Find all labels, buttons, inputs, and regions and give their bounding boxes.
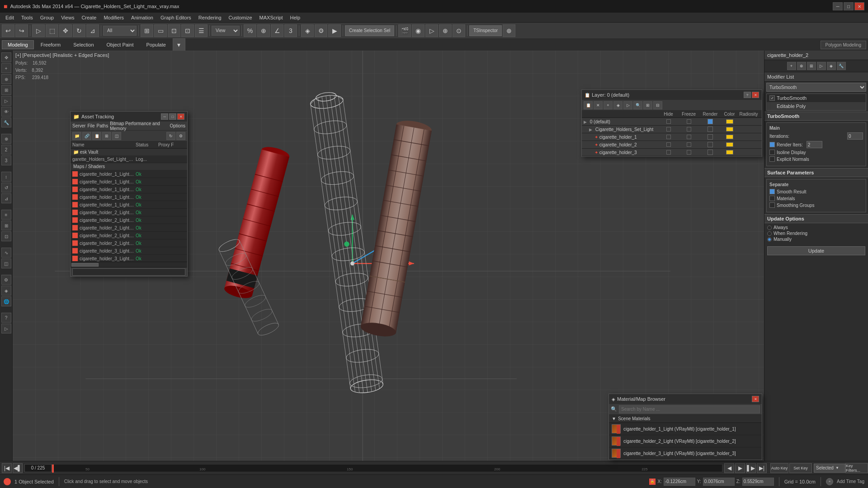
update-when-rendering-radio[interactable] — [767, 231, 772, 236]
turbosmooth-check[interactable]: ✓ — [769, 95, 775, 101]
at-path-input[interactable] — [72, 268, 185, 276]
utilities-panel-icon[interactable]: 🔧 — [1, 117, 11, 127]
at-file-12[interactable]: cigarette_holder_3_Light_Fresnel.png Ok — [71, 255, 187, 262]
menu-group[interactable]: Group — [37, 14, 58, 21]
create-panel-icon[interactable]: + — [1, 63, 11, 73]
render-frame-button[interactable]: 🎬 — [398, 24, 411, 37]
layer-help-btn[interactable]: ? — [744, 92, 751, 98]
select-object-button[interactable]: ▷ — [32, 24, 45, 37]
layer-set-render[interactable] — [699, 127, 722, 132]
at-horizontal-scrollbar[interactable] — [71, 262, 187, 267]
menu-rendering[interactable]: Rendering — [195, 14, 225, 21]
add-time-tag-btn[interactable]: + — [826, 478, 833, 485]
coord-y-input[interactable] — [703, 478, 735, 486]
modify-panel-icon[interactable]: ⊕ — [797, 62, 806, 70]
update-always-radio[interactable] — [767, 225, 772, 230]
ts-explicit-check[interactable] — [769, 156, 775, 162]
at-menu-options[interactable]: Options — [170, 123, 185, 128]
close-button[interactable]: ✕ — [854, 2, 864, 10]
display-panel-icon[interactable]: ◈ — [827, 62, 836, 70]
at-btn-4[interactable]: ⊞ — [102, 132, 111, 140]
at-file-2[interactable]: cigarette_holder_1_Light_Fresnel.png Ok — [71, 178, 187, 186]
filter-dropdown[interactable]: All Geometry Shapes — [103, 26, 137, 36]
move-button[interactable]: ✥ — [59, 24, 72, 37]
at-file-4[interactable]: cigarette_holder_1_Light_Normal.png Ok — [71, 193, 187, 201]
move-gizmo-icon[interactable]: ↕ — [1, 172, 11, 182]
update-manually-radio[interactable] — [767, 237, 772, 242]
editable-poly-modifier[interactable]: Editable Poly — [767, 102, 866, 110]
percent-snap-button[interactable]: % — [244, 24, 256, 37]
view-dropdown[interactable]: View Screen World — [212, 26, 240, 36]
layer-h2-render[interactable] — [699, 142, 722, 147]
layer-row-holder-1[interactable]: ✦ cigarette_holder_1 — [582, 133, 762, 141]
layer-h1-render[interactable] — [699, 134, 722, 140]
create-selection-button[interactable]: Create Selection Sel — [345, 25, 394, 36]
layer-h1-color[interactable] — [722, 135, 737, 139]
layer-set-freeze[interactable] — [679, 127, 699, 131]
asset-tracking-close[interactable]: ✕ — [177, 113, 184, 120]
layer-h2-hide[interactable] — [658, 142, 679, 147]
at-file-10[interactable]: cigarette_holder_2_Light_Specular.png Ok — [71, 239, 187, 247]
materials-check[interactable] — [769, 196, 775, 201]
at-file-7[interactable]: cigarette_holder_2_Light_Fresnel.png Ok — [71, 216, 187, 224]
menu-maxscript[interactable]: MAXScript — [256, 14, 287, 21]
utility-panel-icon[interactable]: 🔧 — [837, 62, 846, 70]
at-menu-bitmap[interactable]: Bitmap Performance and Memory — [110, 121, 168, 131]
align-button[interactable]: ☰ — [195, 24, 208, 37]
at-settings-btn[interactable]: ⚙ — [176, 132, 185, 140]
menu-create[interactable]: Create — [78, 14, 100, 21]
rotate-gizmo-icon[interactable]: ↺ — [1, 183, 11, 192]
set-key-btn[interactable]: Set Key — [789, 463, 812, 473]
mat-row-3[interactable]: cigarette_holder_3_Light (VRayMtl) [ciga… — [609, 447, 762, 460]
layer-collapse-btn[interactable]: ⊟ — [653, 101, 662, 109]
snap-toggle-button[interactable]: ⊕ — [257, 24, 270, 37]
play-back-btn[interactable]: ◀ — [724, 463, 734, 473]
modifier-dropdown[interactable]: TurboSmooth Editable Poly — [766, 83, 866, 92]
material-browser-close[interactable]: ✕ — [752, 396, 759, 402]
tab-object-paint[interactable]: Object Paint — [101, 40, 140, 49]
menu-views[interactable]: Views — [57, 14, 78, 21]
at-scroll-thumb[interactable] — [71, 263, 99, 267]
create-panel-icon[interactable]: + — [787, 62, 796, 70]
hierarchy-panel-icon[interactable]: ⊞ — [807, 62, 816, 70]
at-file-1[interactable]: cigarette_holder_1_Light_Diffuse.png Ok — [71, 170, 187, 178]
minimize-button[interactable]: ─ — [833, 2, 843, 10]
window-crossing-button[interactable]: ⊡ — [168, 24, 180, 37]
layer-window-titlebar[interactable]: 📋 Layer: 0 (default) ? ✕ — [582, 90, 762, 100]
at-file-9[interactable]: cigarette_holder_2_Light_Normal.png Ok — [71, 232, 187, 239]
turbosmooth-modifier[interactable]: ✓ TurboSmooth — [767, 94, 866, 102]
active-shade-button[interactable]: ◉ — [412, 24, 425, 37]
at-file-6[interactable]: cigarette_holder_2_Light_Diffuse.png Ok — [71, 209, 187, 216]
at-file-5[interactable]: cigarette_holder_1_Light_Specular.png Ok — [71, 201, 187, 209]
scale-button[interactable]: ⊿ — [86, 24, 99, 37]
layer-h2-freeze[interactable] — [679, 142, 699, 147]
asset-tracking-minimize[interactable]: ─ — [161, 113, 168, 120]
at-btn-5[interactable]: ◫ — [112, 132, 121, 140]
layer-0-render[interactable] — [699, 119, 722, 124]
layer-row-0[interactable]: ▶ 0 (default) — [582, 118, 762, 126]
modify-panel-icon[interactable]: ⊕ — [1, 74, 11, 84]
env-effects-icon[interactable]: 🌐 — [1, 296, 11, 306]
selected-dropdown[interactable]: Selected ▼ — [814, 464, 845, 473]
select-region-button[interactable]: ⬚ — [46, 24, 58, 37]
help-icon[interactable]: ? — [1, 313, 11, 323]
render-setup-button[interactable]: ⚙ — [315, 24, 327, 37]
at-file-11[interactable]: cigarette_holder_3_Light_Diffuse.png Ok — [71, 247, 187, 255]
display-panel-icon[interactable]: 👁 — [1, 107, 11, 117]
go-start-btn[interactable]: |◀ — [2, 463, 12, 473]
hierarchy-panel-icon[interactable]: ⊞ — [1, 85, 11, 95]
menu-help[interactable]: Help — [287, 14, 304, 21]
layer-row-set-light[interactable]: ▶ Cigarette_Holders_Set_Light — [582, 126, 762, 133]
mat-editor-side-icon[interactable]: ◈ — [1, 286, 11, 296]
update-button[interactable]: Update — [767, 246, 865, 255]
layer-add-sel-btn[interactable]: + — [604, 101, 613, 109]
snap-2d-icon[interactable]: 2 — [1, 145, 11, 155]
layer-find-btn[interactable]: 🔍 — [633, 101, 642, 109]
menu-graph-editors[interactable]: Graph Editors — [157, 14, 195, 21]
layer-h1-freeze[interactable] — [679, 135, 699, 139]
material-browser-titlebar[interactable]: ◈ Material/Map Browser ✕ — [609, 394, 762, 404]
snap-3d-button[interactable]: 3 — [284, 24, 297, 37]
auto-key-btn[interactable]: Auto Key — [770, 463, 788, 473]
render-prod-button[interactable]: ⊕ — [439, 24, 452, 37]
at-menu-file[interactable]: File — [87, 123, 94, 128]
